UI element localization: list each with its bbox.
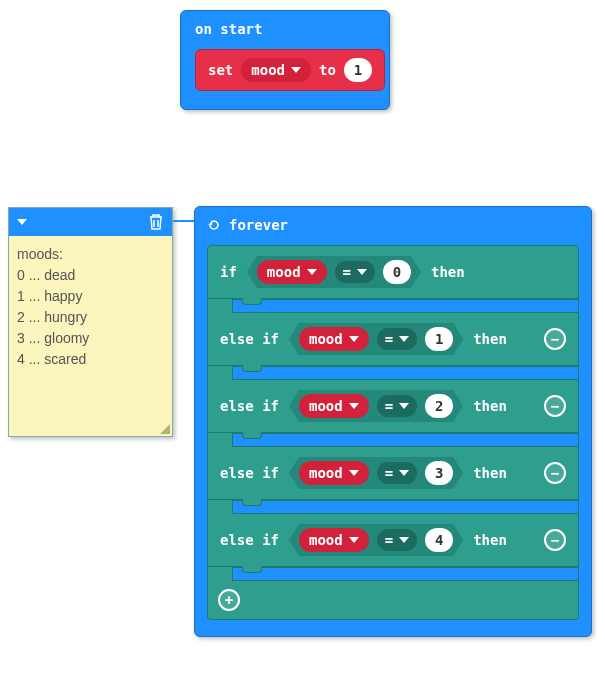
comment-line: 4 ... scared (17, 349, 164, 370)
elseif-branch[interactable]: else if mood = 2 then − (207, 380, 579, 433)
chevron-down-icon (399, 336, 409, 342)
comment-note[interactable]: moods: 0 ... dead 1 ... happy 2 ... hung… (8, 207, 173, 437)
then-keyword: then (431, 264, 465, 280)
chevron-down-icon (349, 470, 359, 476)
variable-dropdown[interactable]: mood (299, 528, 369, 552)
chevron-down-icon (291, 67, 301, 73)
elseif-branch[interactable]: else if mood = 4 then − (207, 514, 579, 567)
then-keyword: then (473, 331, 507, 347)
number-input[interactable]: 1 (344, 58, 372, 82)
chevron-down-icon (307, 269, 317, 275)
variable-dropdown[interactable]: mood (299, 461, 369, 485)
if-else-block[interactable]: if mood = 0 then else if (207, 245, 579, 620)
to-keyword: to (319, 62, 336, 78)
elseif-keyword: else if (220, 331, 279, 347)
if-keyword: if (220, 264, 237, 280)
condition-hex[interactable]: mood = 3 (289, 457, 463, 489)
comment-title: moods: (17, 244, 164, 265)
chevron-down-icon (399, 470, 409, 476)
number-input[interactable]: 0 (383, 260, 411, 284)
collapse-icon[interactable] (17, 219, 27, 225)
forever-label: forever (229, 217, 288, 233)
chevron-down-icon (349, 403, 359, 409)
operator-dropdown[interactable]: = (335, 261, 375, 283)
variable-name: mood (251, 62, 285, 78)
variable-name: mood (309, 465, 343, 481)
elseif-keyword: else if (220, 398, 279, 414)
chevron-down-icon (349, 537, 359, 543)
operator-label: = (343, 264, 351, 280)
set-keyword: set (208, 62, 233, 78)
number-input[interactable]: 2 (425, 394, 453, 418)
condition-hex[interactable]: mood = 0 (247, 256, 421, 288)
branch-slot[interactable] (207, 366, 579, 380)
branch-slot[interactable] (207, 299, 579, 313)
condition-hex[interactable]: mood = 4 (289, 524, 463, 556)
remove-branch-icon[interactable]: − (544, 529, 566, 551)
add-branch-icon[interactable]: + (218, 589, 240, 611)
comment-line: 3 ... gloomy (17, 328, 164, 349)
remove-branch-icon[interactable]: − (544, 462, 566, 484)
on-start-title: on start (195, 21, 375, 37)
branch-slot[interactable] (207, 567, 579, 581)
forever-block[interactable]: forever if mood = 0 then (194, 206, 592, 637)
comment-line: 2 ... hungry (17, 307, 164, 328)
operator-label: = (385, 465, 393, 481)
operator-dropdown[interactable]: = (377, 462, 417, 484)
elseif-branch[interactable]: else if mood = 3 then − (207, 447, 579, 500)
then-keyword: then (473, 465, 507, 481)
elseif-keyword: else if (220, 465, 279, 481)
variable-dropdown[interactable]: mood (241, 58, 311, 82)
condition-hex[interactable]: mood = 2 (289, 390, 463, 422)
if-footer: + (207, 581, 579, 620)
branch-slot[interactable] (207, 500, 579, 514)
variable-name: mood (267, 264, 301, 280)
on-start-block[interactable]: on start set mood to 1 (180, 10, 390, 110)
branch-slot[interactable] (207, 433, 579, 447)
number-input[interactable]: 3 (425, 461, 453, 485)
condition-hex[interactable]: mood = 1 (289, 323, 463, 355)
comment-line: 0 ... dead (17, 265, 164, 286)
number-input[interactable]: 4 (425, 528, 453, 552)
variable-name: mood (309, 532, 343, 548)
variable-dropdown[interactable]: mood (257, 260, 327, 284)
number-input[interactable]: 1 (425, 327, 453, 351)
if-branch[interactable]: if mood = 0 then (207, 245, 579, 299)
variable-dropdown[interactable]: mood (299, 394, 369, 418)
comment-body[interactable]: moods: 0 ... dead 1 ... happy 2 ... hung… (9, 236, 172, 436)
variable-name: mood (309, 398, 343, 414)
then-keyword: then (473, 532, 507, 548)
operator-label: = (385, 331, 393, 347)
operator-dropdown[interactable]: = (377, 529, 417, 551)
comment-header[interactable] (9, 208, 172, 236)
number-value: 4 (435, 532, 443, 548)
remove-branch-icon[interactable]: − (544, 395, 566, 417)
chevron-down-icon (399, 403, 409, 409)
set-variable-block[interactable]: set mood to 1 (195, 49, 385, 91)
number-value: 1 (354, 62, 362, 78)
operator-label: = (385, 532, 393, 548)
number-value: 3 (435, 465, 443, 481)
operator-label: = (385, 398, 393, 414)
operator-dropdown[interactable]: = (377, 328, 417, 350)
variable-name: mood (309, 331, 343, 347)
number-value: 2 (435, 398, 443, 414)
chevron-down-icon (349, 336, 359, 342)
elseif-keyword: else if (220, 532, 279, 548)
forever-title: forever (207, 217, 579, 233)
elseif-branch[interactable]: else if mood = 1 then − (207, 313, 579, 366)
chevron-down-icon (399, 537, 409, 543)
loop-icon (207, 218, 221, 232)
chevron-down-icon (357, 269, 367, 275)
resize-handle-icon[interactable] (160, 424, 170, 434)
operator-dropdown[interactable]: = (377, 395, 417, 417)
comment-line: 1 ... happy (17, 286, 164, 307)
number-value: 0 (393, 264, 401, 280)
remove-branch-icon[interactable]: − (544, 328, 566, 350)
then-keyword: then (473, 398, 507, 414)
on-start-label: on start (195, 21, 262, 37)
number-value: 1 (435, 331, 443, 347)
trash-icon[interactable] (148, 213, 164, 231)
variable-dropdown[interactable]: mood (299, 327, 369, 351)
